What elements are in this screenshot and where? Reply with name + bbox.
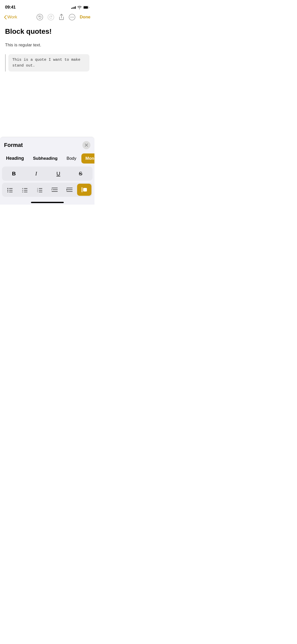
nav-bar: Work	[0, 11, 94, 23]
block-quote-button[interactable]	[77, 184, 91, 196]
chevron-left-icon	[4, 15, 7, 19]
numbered-list-button[interactable]: 1 2 3	[33, 184, 47, 196]
bullet-list-button[interactable]	[3, 184, 17, 196]
svg-point-3	[48, 14, 54, 20]
undo-icon	[37, 14, 43, 20]
svg-rect-15	[24, 188, 27, 189]
signal-bar-4	[75, 6, 76, 9]
svg-rect-27	[53, 189, 58, 190]
format-header: Format	[0, 141, 94, 153]
svg-point-10	[7, 190, 8, 191]
dash-list-button[interactable]	[18, 184, 32, 196]
svg-rect-14	[22, 188, 23, 189]
svg-rect-28	[52, 191, 58, 192]
svg-rect-21	[39, 188, 42, 189]
home-bar	[31, 202, 64, 203]
back-label: Work	[7, 15, 17, 20]
svg-rect-13	[9, 192, 13, 192]
svg-rect-9	[9, 188, 13, 189]
block-quote-container: This is a quote I want to make stand out…	[5, 54, 89, 72]
wifi-icon	[77, 6, 82, 9]
battery-icon	[83, 6, 89, 9]
back-button[interactable]: Work	[4, 15, 17, 20]
signal-bar-2	[73, 7, 73, 9]
document-content: Block quotes! This is regular text. This…	[0, 23, 94, 77]
dash-list-icon	[22, 187, 28, 192]
svg-text:3: 3	[37, 191, 38, 192]
bold-icon: B	[12, 171, 16, 177]
svg-point-7	[73, 17, 74, 18]
status-icons	[71, 6, 89, 9]
svg-point-2	[37, 14, 43, 20]
block-quote-bar	[5, 54, 6, 72]
svg-rect-18	[22, 192, 23, 192]
svg-rect-1	[84, 6, 88, 9]
done-button[interactable]: Done	[80, 15, 91, 20]
svg-rect-11	[9, 190, 13, 190]
style-body-button[interactable]: Body	[62, 153, 80, 164]
svg-point-5	[70, 17, 71, 18]
redo-button[interactable]	[48, 14, 54, 20]
svg-text:1: 1	[37, 188, 38, 189]
style-monostyled-button[interactable]: Monostyled	[81, 153, 94, 164]
share-button[interactable]	[59, 14, 64, 20]
svg-rect-25	[39, 192, 42, 192]
home-indicator	[0, 200, 94, 205]
strikethrough-button[interactable]: S	[70, 168, 91, 180]
format-title: Format	[4, 142, 23, 148]
style-selector-row: Heading Subheading Body Monostyled	[0, 153, 94, 167]
block-quote-text: This is a quote I want to make stand out…	[8, 54, 89, 72]
redo-icon	[48, 14, 54, 20]
svg-rect-16	[22, 190, 23, 190]
close-icon	[85, 144, 88, 147]
signal-bar-1	[71, 8, 72, 9]
undo-button[interactable]	[37, 14, 43, 20]
text-format-row: B I U S	[2, 167, 92, 181]
svg-rect-26	[52, 188, 58, 188]
bold-button[interactable]: B	[3, 168, 25, 180]
svg-text:2: 2	[37, 189, 38, 191]
status-bar: 09:41	[0, 0, 94, 11]
numbered-list-icon: 1 2 3	[37, 187, 43, 192]
outdent-icon	[52, 187, 58, 192]
signal-bar-3	[74, 7, 75, 9]
underline-icon: U	[56, 171, 60, 177]
svg-rect-19	[24, 192, 27, 192]
document-title: Block quotes!	[5, 27, 89, 36]
indent-icon	[67, 187, 73, 192]
format-close-button[interactable]	[82, 141, 90, 149]
italic-button[interactable]: I	[25, 168, 47, 180]
svg-rect-29	[67, 188, 73, 188]
style-subheading-button[interactable]: Subheading	[29, 153, 61, 164]
block-quote-icon	[81, 187, 88, 192]
bullet-list-icon	[7, 187, 13, 192]
svg-point-8	[7, 188, 8, 189]
signal-bars-icon	[71, 6, 76, 9]
strikethrough-icon: S	[79, 171, 82, 177]
more-icon	[69, 14, 75, 20]
svg-point-6	[72, 17, 72, 18]
svg-rect-33	[83, 188, 87, 191]
svg-rect-31	[67, 191, 73, 192]
nav-right: Done	[37, 14, 91, 20]
svg-rect-23	[39, 190, 42, 190]
svg-rect-17	[24, 190, 27, 190]
document-body: This is regular text.	[5, 42, 89, 48]
nav-left: Work	[4, 15, 17, 20]
svg-rect-30	[68, 189, 73, 190]
outdent-button[interactable]	[47, 184, 62, 196]
indent-button[interactable]	[62, 184, 77, 196]
svg-rect-32	[82, 187, 82, 192]
list-format-row: 1 2 3	[2, 183, 92, 197]
italic-icon: I	[35, 171, 37, 177]
underline-button[interactable]: U	[48, 168, 69, 180]
more-button[interactable]	[69, 14, 75, 20]
svg-point-12	[7, 191, 8, 192]
style-heading-button[interactable]: Heading	[2, 153, 28, 164]
share-icon	[59, 14, 64, 20]
format-panel: Format Heading Subheading Body Monostyle…	[0, 137, 94, 205]
status-time: 09:41	[5, 5, 16, 10]
